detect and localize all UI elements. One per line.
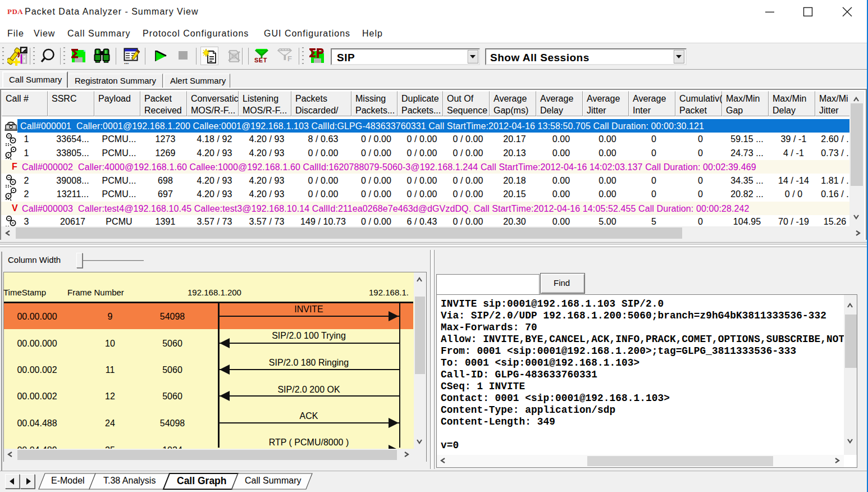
svg-text:...: ... — [124, 59, 129, 65]
svg-text:SET: SET — [254, 57, 267, 63]
svg-text:F: F — [287, 54, 292, 63]
